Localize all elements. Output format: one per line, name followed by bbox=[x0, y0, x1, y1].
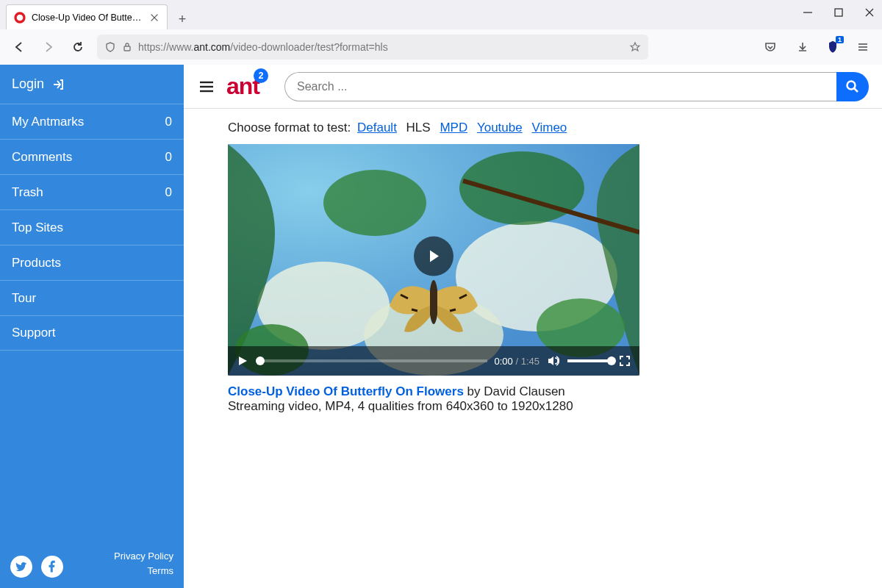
time-display: 0:00 / 1:45 bbox=[495, 356, 539, 367]
svg-point-20 bbox=[323, 170, 426, 236]
window-close-icon[interactable] bbox=[863, 6, 876, 19]
new-tab-button[interactable]: + bbox=[172, 9, 193, 29]
sidebar-item-antmarks[interactable]: My Antmarks0 bbox=[0, 104, 184, 139]
sidebar-item-topsites[interactable]: Top Sites bbox=[0, 209, 184, 245]
maximize-icon[interactable] bbox=[832, 6, 845, 19]
login-button[interactable]: Login bbox=[0, 65, 184, 104]
address-bar[interactable]: https://www.ant.com/video-downloader/tes… bbox=[97, 35, 648, 60]
extension-icon[interactable]: 1 bbox=[825, 39, 841, 55]
facebook-icon[interactable] bbox=[41, 556, 63, 578]
privacy-link[interactable]: Privacy Policy bbox=[114, 549, 173, 564]
extension-badge: 1 bbox=[836, 36, 844, 43]
video-author: David Clausen bbox=[484, 384, 565, 398]
sidebar-item-comments[interactable]: Comments0 bbox=[0, 139, 184, 174]
forward-button[interactable] bbox=[38, 37, 59, 57]
login-icon bbox=[51, 78, 65, 91]
sidebar-item-tour[interactable]: Tour bbox=[0, 280, 184, 315]
svg-rect-7 bbox=[124, 46, 130, 51]
app-menu-icon[interactable] bbox=[853, 37, 873, 57]
svg-point-0 bbox=[15, 13, 24, 22]
fullscreen-icon[interactable] bbox=[619, 355, 631, 367]
logo[interactable]: ant 2 bbox=[226, 73, 259, 100]
favicon-icon bbox=[14, 12, 26, 24]
url-text: https://www.ant.com/video-downloader/tes… bbox=[138, 41, 388, 53]
search-input[interactable] bbox=[284, 72, 836, 101]
reload-button[interactable] bbox=[68, 37, 88, 57]
video-controls: 0:00 / 1:45 bbox=[228, 346, 639, 376]
sidebar-item-support[interactable]: Support bbox=[0, 315, 184, 351]
video-title-link[interactable]: Close-Up Video Of Butterfly On Flowers bbox=[228, 384, 464, 398]
lock-icon[interactable] bbox=[122, 42, 132, 52]
browser-tab[interactable]: Close-Up Video Of Butterfly On bbox=[6, 4, 168, 29]
shield-icon[interactable] bbox=[104, 41, 116, 53]
logo-badge: 2 bbox=[254, 68, 268, 83]
svg-point-21 bbox=[459, 151, 584, 225]
svg-line-15 bbox=[854, 88, 858, 92]
volume-bar[interactable] bbox=[567, 359, 612, 362]
hamburger-menu-icon[interactable] bbox=[197, 77, 216, 96]
minimize-icon[interactable] bbox=[801, 6, 814, 19]
terms-link[interactable]: Terms bbox=[114, 564, 173, 578]
sidebar-item-products[interactable]: Products bbox=[0, 245, 184, 280]
downloads-icon[interactable] bbox=[792, 37, 813, 57]
play-center-button[interactable] bbox=[414, 236, 453, 276]
svg-point-14 bbox=[847, 81, 856, 89]
tab-title: Close-Up Video Of Butterfly On bbox=[32, 12, 143, 23]
format-mpd[interactable]: MPD bbox=[440, 121, 467, 135]
video-description: Streaming video, MP4, 4 qualities from 6… bbox=[228, 399, 882, 414]
tab-close-icon[interactable] bbox=[149, 12, 159, 23]
format-hls: HLS bbox=[406, 121, 431, 135]
bookmark-star-icon[interactable] bbox=[629, 41, 641, 53]
format-youtube[interactable]: Youtube bbox=[477, 121, 523, 135]
pocket-icon[interactable] bbox=[760, 37, 781, 57]
svg-point-25 bbox=[429, 280, 438, 324]
format-selector: Choose format to test: Default HLS MPD Y… bbox=[228, 121, 882, 135]
sidebar: Login My Antmarks0 Comments0 Trash0 Top … bbox=[0, 65, 184, 588]
svg-rect-4 bbox=[835, 9, 842, 16]
twitter-icon[interactable] bbox=[10, 556, 32, 578]
format-vimeo[interactable]: Vimeo bbox=[531, 121, 567, 135]
search-button[interactable] bbox=[836, 72, 869, 101]
video-player[interactable]: 0:00 / 1:45 bbox=[228, 144, 639, 376]
login-label: Login bbox=[12, 76, 44, 92]
seek-bar[interactable] bbox=[256, 359, 487, 362]
volume-icon[interactable] bbox=[547, 354, 560, 368]
video-title-row: Close-Up Video Of Butterfly On Flowers b… bbox=[228, 384, 882, 399]
format-default[interactable]: Default bbox=[357, 121, 397, 135]
sidebar-item-trash[interactable]: Trash0 bbox=[0, 174, 184, 209]
play-button[interactable] bbox=[237, 355, 248, 367]
back-button[interactable] bbox=[9, 37, 29, 57]
